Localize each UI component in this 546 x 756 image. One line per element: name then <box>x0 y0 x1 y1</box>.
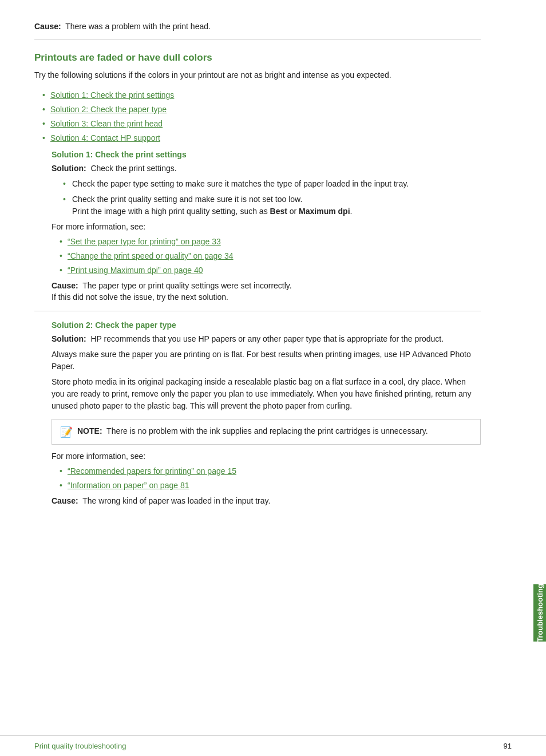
footer: Print quality troubleshooting 91 <box>0 735 546 756</box>
solution1-bullet-2: Check the print quality setting and make… <box>63 193 481 217</box>
toc-item-3[interactable]: Solution 3: Clean the print head <box>42 118 481 130</box>
solution2-cause: Cause: The wrong kind of paper was loade… <box>52 496 481 505</box>
solution2-link-2[interactable]: “Information on paper” on page 81 <box>60 480 481 492</box>
solution2-para2: Store photo media in its original packag… <box>52 376 481 412</box>
solution2-text: HP recommends that you use HP papers or … <box>90 334 444 343</box>
solution1-text: Check the print settings. <box>90 164 176 173</box>
solution2-cause-label: Cause: <box>52 496 78 505</box>
solution1-for-more: For more information, see: <box>52 222 481 231</box>
toc-item-2[interactable]: Solution 2: Check the paper type <box>42 104 481 116</box>
solution1-block: Solution 1: Check the print settings Sol… <box>52 150 481 302</box>
solution1-bullets: Check the paper type setting to make sur… <box>63 178 481 217</box>
sidebar-troubleshooting-tab: Troubleshooting <box>533 584 546 642</box>
solution1-link-3-a[interactable]: “Print using Maximum dpi” on page 40 <box>68 266 203 275</box>
toc-link-3[interactable]: Solution 3: Clean the print head <box>50 119 163 128</box>
solution1-link-2-a[interactable]: “Change the print speed or quality” on p… <box>68 251 234 260</box>
note-box: 📝 NOTE: There is no problem with the ink… <box>52 419 481 445</box>
solution1-link-2[interactable]: “Change the print speed or quality” on p… <box>60 250 481 262</box>
toc-item-1[interactable]: Solution 1: Check the print settings <box>42 89 481 101</box>
top-cause-block: Cause: There was a problem with the prin… <box>34 11 481 39</box>
solution1-label: Solution: <box>52 164 86 173</box>
solution1-link-1-a[interactable]: “Set the paper type for printing” on pag… <box>68 237 221 246</box>
solution2-heading: Solution 2: Check the paper type <box>52 320 481 330</box>
solution1-cause: Cause: The paper type or print quality s… <box>52 281 481 290</box>
solution1-link-3[interactable]: “Print using Maximum dpi” on page 40 <box>60 264 481 276</box>
solution1-links: “Set the paper type for printing” on pag… <box>60 236 481 276</box>
note-label: NOTE: <box>77 426 102 436</box>
toc-link-2[interactable]: Solution 2: Check the paper type <box>50 105 167 114</box>
toc-link-4[interactable]: Solution 4: Contact HP support <box>50 133 160 143</box>
toc-item-4[interactable]: Solution 4: Contact HP support <box>42 132 481 144</box>
top-cause-text: Cause: There was a problem with the prin… <box>34 22 481 31</box>
divider-1 <box>34 311 481 311</box>
footer-page: 91 <box>504 742 512 750</box>
solution2-link-1-a[interactable]: “Recommended papers for printing” on pag… <box>68 466 236 476</box>
solution1-cause-label: Cause: <box>52 281 78 290</box>
footer-left: Print quality troubleshooting <box>34 742 126 750</box>
solution1-sub-bullet: Print the image with a high print qualit… <box>72 207 352 216</box>
toc-link-1[interactable]: Solution 1: Check the print settings <box>50 90 174 100</box>
solution1-cause-text: The paper type or print quality settings… <box>82 281 291 290</box>
solution2-intro: Solution: HP recommends that you use HP … <box>52 333 481 345</box>
toc-list: Solution 1: Check the print settings Sol… <box>42 89 481 144</box>
solution2-link-1[interactable]: “Recommended papers for printing” on pag… <box>60 465 481 477</box>
solution2-cause-text: The wrong kind of paper was loaded in th… <box>82 496 270 505</box>
solution2-for-more: For more information, see: <box>52 452 481 461</box>
top-cause-label: Cause: <box>34 22 61 31</box>
solution2-link-2-a[interactable]: “Information on paper” on page 81 <box>68 481 189 490</box>
solution2-block: Solution 2: Check the paper type Solutio… <box>52 320 481 505</box>
solution1-heading: Solution 1: Check the print settings <box>52 150 481 159</box>
note-content: NOTE: There is no problem with the ink s… <box>77 425 428 437</box>
solution1-bullet-1: Check the paper type setting to make sur… <box>63 178 481 190</box>
solution2-para1: Always make sure the paper you are print… <box>52 349 481 373</box>
note-icon: 📝 <box>60 426 73 438</box>
solution1-if-not-solved: If this did not solve the issue, try the… <box>52 292 481 302</box>
solution2-links: “Recommended papers for printing” on pag… <box>60 465 481 492</box>
intro-text: Try the following solutions if the color… <box>34 69 481 81</box>
main-heading: Printouts are faded or have dull colors <box>34 52 481 64</box>
solution2-label: Solution: <box>52 334 86 343</box>
note-text: There is no problem with the ink supplie… <box>106 426 428 436</box>
solution1-link-1[interactable]: “Set the paper type for printing” on pag… <box>60 236 481 248</box>
solution1-intro: Solution: Check the print settings. <box>52 163 481 175</box>
